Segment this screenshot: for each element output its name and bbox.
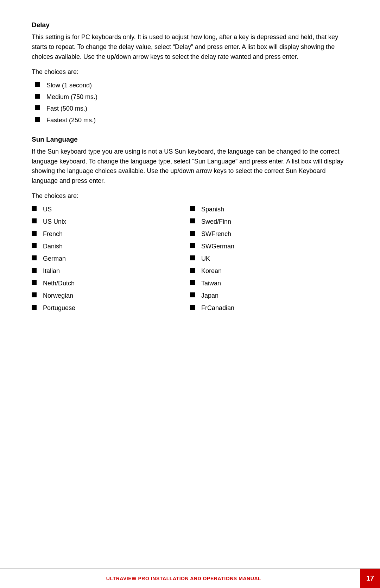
delay-choices-label: The choices are: [32, 68, 348, 76]
delay-choices-list: Slow (1 second)Medium (750 ms.)Fast (500… [32, 81, 348, 125]
bullet-icon [32, 292, 37, 297]
bullet-icon [190, 280, 195, 285]
bullet-icon [32, 305, 37, 310]
list-item: French [32, 229, 190, 239]
list-item: US [32, 205, 190, 214]
bullet-icon [32, 206, 37, 211]
sun-language-heading: Sun Language [32, 136, 348, 143]
list-item: Slow (1 second) [35, 81, 348, 90]
sun-language-section: Sun Language If the Sun keyboard type yo… [32, 136, 348, 316]
sun-language-col2: SpanishSwed/FinnSWFrenchSWGermanUKKorean… [190, 205, 348, 316]
bullet-icon [32, 280, 37, 285]
bullet-icon [190, 243, 195, 248]
sun-language-list-col2: SpanishSwed/FinnSWFrenchSWGermanUKKorean… [190, 205, 348, 313]
list-item: FrCanadian [190, 303, 348, 313]
delay-body: This setting is for PC keyboards only. I… [32, 32, 348, 62]
bullet-icon [32, 268, 37, 273]
bullet-icon [35, 105, 40, 110]
bullet-icon [190, 255, 195, 260]
bullet-icon [190, 206, 195, 211]
delay-heading: Delay [32, 21, 348, 29]
bullet-icon [35, 117, 40, 122]
list-item: US Unix [32, 217, 190, 227]
bullet-icon [32, 231, 37, 236]
bullet-icon [32, 218, 37, 223]
bullet-icon [190, 268, 195, 273]
list-item: Fast (500 ms.) [35, 104, 348, 113]
list-item: SWFrench [190, 229, 348, 239]
footer-page-number: 17 [360, 569, 380, 588]
bullet-icon [190, 218, 195, 223]
list-item: German [32, 254, 190, 264]
bullet-icon [190, 231, 195, 236]
list-item: Norwegian [32, 291, 190, 301]
sun-language-body: If the Sun keyboard type you are using i… [32, 147, 348, 186]
list-item: Portuguese [32, 303, 190, 313]
footer-manual-title: ULTRAVIEW PRO INSTALLATION AND OPERATION… [0, 576, 360, 581]
list-item: Japan [190, 291, 348, 301]
list-item: SWGerman [190, 242, 348, 251]
bullet-icon [32, 255, 37, 260]
bullet-icon [35, 94, 40, 99]
list-item: Medium (750 ms.) [35, 92, 348, 102]
delay-section: Delay This setting is for PC keyboards o… [32, 21, 348, 125]
footer: ULTRAVIEW PRO INSTALLATION AND OPERATION… [0, 568, 380, 588]
bullet-icon [190, 292, 195, 297]
list-item: Taiwan [190, 279, 348, 288]
list-item: Fastest (250 ms.) [35, 116, 348, 125]
bullet-icon [35, 82, 40, 87]
list-item: Neth/Dutch [32, 279, 190, 288]
list-item: UK [190, 254, 348, 264]
bullet-icon [32, 243, 37, 248]
sun-language-list-col1: USUS UnixFrenchDanishGermanItalianNeth/D… [32, 205, 190, 313]
sun-language-columns: USUS UnixFrenchDanishGermanItalianNeth/D… [32, 205, 348, 316]
list-item: Korean [190, 266, 348, 276]
list-item: Spanish [190, 205, 348, 214]
list-item: Danish [32, 242, 190, 251]
sun-choices-label: The choices are: [32, 192, 348, 200]
bullet-icon [190, 305, 195, 310]
list-item: Swed/Finn [190, 217, 348, 227]
sun-language-col1: USUS UnixFrenchDanishGermanItalianNeth/D… [32, 205, 190, 316]
list-item: Italian [32, 266, 190, 276]
